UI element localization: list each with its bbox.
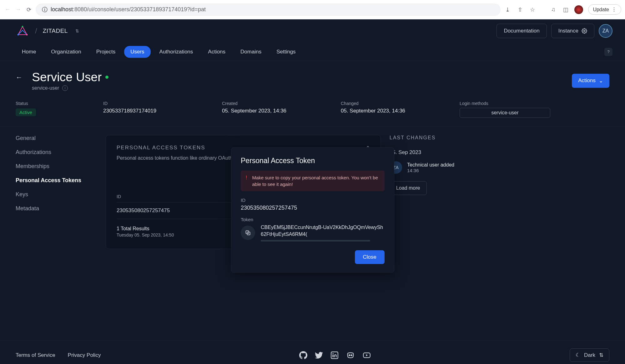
site-info-icon[interactable]: ⓘ [42, 6, 48, 13]
svg-point-7 [349, 355, 350, 356]
close-button[interactable]: Close [355, 250, 385, 264]
actions-dropdown-button[interactable]: Actions ⌄ [572, 74, 609, 88]
token-scrollbar[interactable] [261, 240, 370, 242]
page-header: ← Service User service-user i Actions ⌄ … [0, 61, 625, 126]
sidenav-item-general[interactable]: General [16, 135, 97, 142]
meta-id-value: 230533718937174019 [103, 108, 191, 114]
main-nav: HomeOrganizationProjectsUsersAuthorizati… [0, 43, 625, 61]
documentation-button[interactable]: Documentation [496, 24, 547, 38]
svg-point-2 [22, 26, 23, 27]
svg-rect-5 [333, 354, 334, 357]
status-badge: Active [16, 108, 36, 116]
theme-switcher[interactable]: ☾ Dark ⇅ [570, 348, 609, 362]
share-icon[interactable]: ⇧ [516, 6, 524, 13]
sidenav-item-memberships[interactable]: Memberships [16, 163, 97, 170]
browser-reload-button[interactable]: ⟳ [25, 6, 33, 13]
card-title: PERSONAL ACCESS TOKENS [117, 145, 205, 151]
modal-token-label: Token [241, 217, 385, 222]
browser-profile-avatar[interactable] [574, 5, 583, 14]
change-entry[interactable]: ZA Technical user added 14:36 [390, 161, 499, 174]
meta-changed-value: 05. September 2023, 14:36 [341, 108, 428, 114]
token-modal: Personal Access Token ! Make sure to cop… [231, 147, 394, 272]
instance-button[interactable]: Instance [551, 24, 594, 38]
app-footer: Terms of Service Privacy Policy ☾ Dark ⇅ [0, 341, 625, 364]
meta-login-label: Login methods [460, 101, 553, 106]
nav-tab-users[interactable]: Users [124, 46, 150, 58]
url-host: localhost [51, 6, 73, 12]
browser-right-icons: ⤓ ⇧ ☆ ♫ ◫ Update ⋮ [504, 4, 621, 15]
nav-tab-projects[interactable]: Projects [90, 46, 122, 58]
org-name[interactable]: ZITADEL [43, 27, 68, 34]
results-timestamp: Tuesday 05. Sep 2023, 14:50 [117, 232, 174, 237]
youtube-icon[interactable] [362, 351, 371, 359]
last-changes-panel: LAST CHANGES 05. Sep 2023 ZA Technical u… [390, 135, 499, 249]
sidenav-item-metadata[interactable]: Metadata [16, 205, 97, 212]
sidenav-item-authorizations[interactable]: Authorizations [16, 149, 97, 156]
side-nav: GeneralAuthorizationsMembershipsPersonal… [16, 135, 97, 249]
meta-status-label: Status [16, 101, 72, 106]
page-subtitle: service-user i [32, 85, 108, 91]
nav-tab-actions[interactable]: Actions [202, 46, 232, 58]
nav-tab-settings[interactable]: Settings [270, 46, 302, 58]
browser-chrome: ← → ⟳ ⓘ localhost:8080/ui/console/users/… [0, 0, 625, 19]
svg-point-0 [18, 34, 19, 36]
app-header: / ZITADEL ⇅ Documentation Instance ZA [0, 19, 625, 43]
user-avatar[interactable]: ZA [599, 24, 612, 38]
url-bar[interactable]: ⓘ localhost:8080/ui/console/users/230533… [36, 3, 501, 16]
token-value[interactable]: CBEyEM5jJBECcunNrutgB-UaV2KkDhJgOQmVewyS… [261, 224, 385, 237]
back-button[interactable]: ← [16, 73, 23, 82]
moon-icon: ☾ [576, 352, 580, 358]
browser-back-button[interactable]: ← [4, 6, 11, 13]
sidenav-item-keys[interactable]: Keys [16, 191, 97, 198]
nav-tab-home[interactable]: Home [16, 46, 42, 58]
url-path: :8080/ui/console/users/23053371893717401… [73, 6, 206, 12]
meta-changed-label: Changed [341, 101, 428, 106]
bookmark-icon[interactable]: ☆ [529, 6, 536, 13]
meta-id-label: ID [103, 101, 191, 106]
nav-tab-authorizations[interactable]: Authorizations [153, 46, 199, 58]
load-more-button[interactable]: Load more [390, 181, 427, 195]
svg-point-1 [26, 34, 28, 36]
total-results: 1 Total Results [117, 226, 174, 232]
svg-point-6 [333, 353, 334, 354]
modal-title: Personal Access Token [241, 157, 385, 165]
chevron-down-icon: ⌄ [599, 77, 603, 84]
svg-point-3 [584, 30, 585, 32]
change-entry-time: 14:36 [407, 168, 454, 173]
status-dot-icon [105, 76, 108, 79]
github-icon[interactable] [299, 351, 307, 359]
discord-icon[interactable] [346, 351, 355, 359]
linkedin-icon[interactable] [330, 351, 339, 359]
nav-tab-domains[interactable]: Domains [234, 46, 268, 58]
select-caret-icon: ⇅ [599, 352, 603, 358]
org-divider: / [35, 27, 37, 35]
sidenav-item-personal-access-tokens[interactable]: Personal Access Tokens [16, 177, 97, 184]
install-icon[interactable]: ⤓ [504, 6, 511, 13]
warning-text: Make sure to copy your personal access t… [252, 174, 380, 187]
warning-icon: ! [246, 175, 247, 181]
browser-update-button[interactable]: Update ⋮ [588, 4, 621, 15]
page-title: Service User [32, 70, 108, 84]
copy-token-button[interactable] [241, 226, 255, 240]
org-select-icon[interactable]: ⇅ [75, 28, 79, 33]
warning-box: ! Make sure to copy your personal access… [241, 171, 385, 191]
login-method-value[interactable]: service-user [460, 108, 550, 118]
info-icon[interactable]: i [62, 85, 68, 91]
privacy-link[interactable]: Privacy Policy [68, 352, 101, 358]
tos-link[interactable]: Terms of Service [16, 352, 55, 358]
kebab-icon: ⋮ [612, 7, 617, 12]
modal-id-value: 230535080257257475 [241, 205, 385, 211]
playlist-icon[interactable]: ♫ [549, 6, 557, 13]
svg-point-8 [351, 355, 352, 356]
help-button[interactable]: ? [604, 48, 612, 56]
change-entry-title: Technical user added [407, 162, 454, 168]
browser-forward-button[interactable]: → [14, 6, 22, 13]
meta-created-label: Created [222, 101, 310, 106]
nav-tab-organization[interactable]: Organization [45, 46, 87, 58]
twitter-icon[interactable] [315, 351, 323, 359]
last-changes-title: LAST CHANGES [390, 135, 499, 141]
gear-icon [582, 28, 587, 34]
app-logo[interactable] [16, 24, 29, 38]
last-changes-date: 05. Sep 2023 [390, 149, 499, 156]
extensions-icon[interactable]: ◫ [562, 6, 569, 13]
